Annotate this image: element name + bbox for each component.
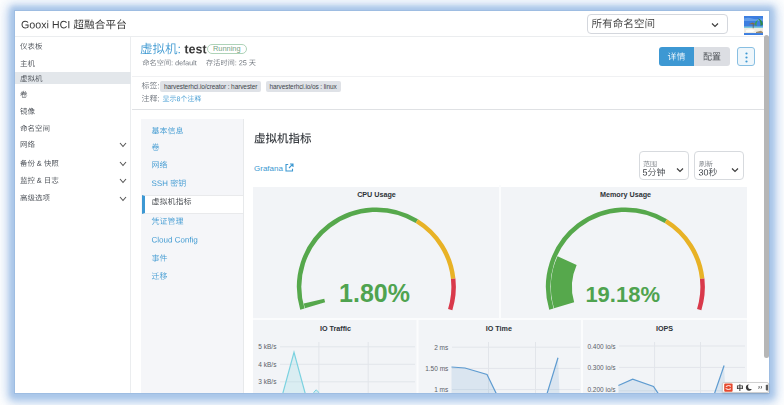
svg-text:CPU Usage: CPU Usage xyxy=(357,190,396,199)
svg-text:2 ms: 2 ms xyxy=(434,344,449,351)
svg-text:0.400 io/s: 0.400 io/s xyxy=(587,343,616,350)
svg-text:IOPS: IOPS xyxy=(656,324,673,333)
svg-text:3 kB/s: 3 kB/s xyxy=(258,378,277,385)
svg-text:IO Time: IO Time xyxy=(486,324,512,333)
svg-text:19.18%: 19.18% xyxy=(585,282,660,307)
svg-text:Memory Usage: Memory Usage xyxy=(600,190,651,199)
svg-text:0.300 io/s: 0.300 io/s xyxy=(587,364,616,371)
svg-text:1 ms: 1 ms xyxy=(434,386,449,393)
svg-text:1.80%: 1.80% xyxy=(339,279,410,307)
svg-text:4 kB/s: 4 kB/s xyxy=(258,361,277,368)
svg-text:0.200 io/s: 0.200 io/s xyxy=(587,386,616,393)
svg-text:IO Traffic: IO Traffic xyxy=(320,324,351,333)
svg-text:1.50 ms: 1.50 ms xyxy=(425,365,449,372)
svg-text:5 kB/s: 5 kB/s xyxy=(258,343,277,350)
